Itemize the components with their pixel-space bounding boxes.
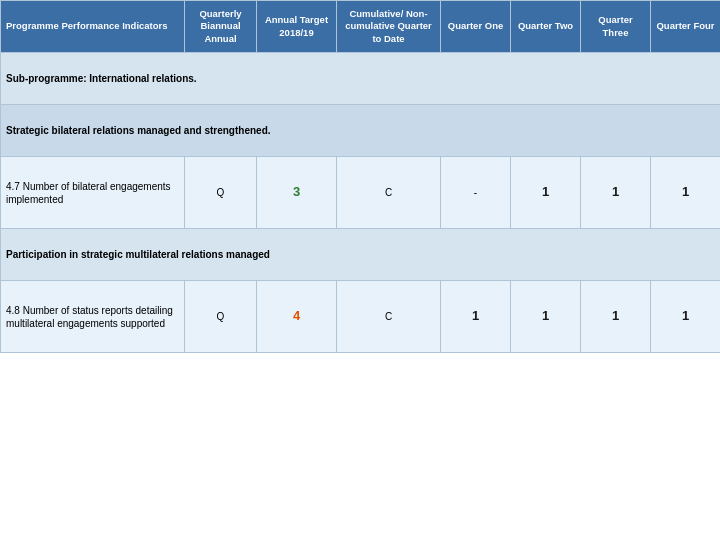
participation-row: Participation in strategic multilateral … (1, 229, 721, 281)
row-col8: 1 (651, 281, 721, 353)
header-col8: Quarter Four (651, 1, 721, 53)
row-col4: C (337, 281, 441, 353)
participation-label: Participation in strategic multilateral … (1, 229, 721, 281)
header-col4: Cumulative/ Non-cumulative Quarter to Da… (337, 1, 441, 53)
row-col2: Q (185, 157, 257, 229)
row-col4: C (337, 157, 441, 229)
row-col6: 1 (511, 157, 581, 229)
row-col5: 1 (441, 281, 511, 353)
row-col3: 4 (257, 281, 337, 353)
table-row: 4.8 Number of status reports detailing m… (1, 281, 721, 353)
subprog-label: Sub-programme: International relations. (1, 53, 721, 105)
table-header: Programme Performance Indicators Quarter… (1, 1, 721, 53)
header-col3: Annual Target 2018/19 (257, 1, 337, 53)
row-label: 4.8 Number of status reports detailing m… (1, 281, 185, 353)
row-col7: 1 (581, 157, 651, 229)
header-col7: Quarter Three (581, 1, 651, 53)
row-col5: - (441, 157, 511, 229)
header-col1: Programme Performance Indicators (1, 1, 185, 53)
row-col6: 1 (511, 281, 581, 353)
header-col5: Quarter One (441, 1, 511, 53)
header-col6: Quarter Two (511, 1, 581, 53)
row-col2: Q (185, 281, 257, 353)
strategic-row: Strategic bilateral relations managed an… (1, 105, 721, 157)
row-col7: 1 (581, 281, 651, 353)
row-col8: 1 (651, 157, 721, 229)
subprog-row: Sub-programme: International relations. (1, 53, 721, 105)
header-col2: Quarterly Biannual Annual (185, 1, 257, 53)
row-label: 4.7 Number of bilateral engagements impl… (1, 157, 185, 229)
row-col3: 3 (257, 157, 337, 229)
table-row: 4.7 Number of bilateral engagements impl… (1, 157, 721, 229)
strategic-label: Strategic bilateral relations managed an… (1, 105, 721, 157)
